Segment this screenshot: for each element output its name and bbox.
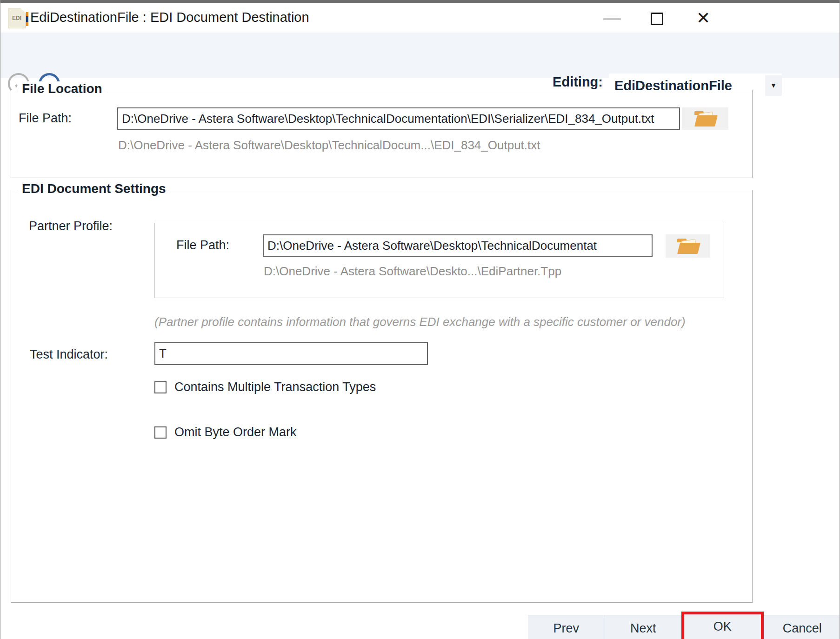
test-indicator-label: Test Indicator: <box>30 347 108 362</box>
dialog-window: EDI EdiDestinationFile : EDI Document De… <box>0 0 840 639</box>
file-path-input[interactable] <box>117 107 680 130</box>
close-icon[interactable]: ✕ <box>693 4 714 32</box>
edi-icon-label: EDI <box>12 15 21 21</box>
chevron-down-icon[interactable]: ▾ <box>765 75 782 96</box>
edi-document-settings-group: EDI Document Settings Partner Profile: F… <box>11 190 753 603</box>
footer-button-bar: Prev Next OK Cancel <box>528 615 840 639</box>
partner-profile-box: File Path: D:\OneDrive - Astera Software… <box>154 223 724 298</box>
test-indicator-input[interactable] <box>154 342 428 365</box>
partner-profile-label: Partner Profile: <box>29 219 113 233</box>
partner-browse-file-button[interactable] <box>666 234 710 258</box>
window-top-border <box>0 0 840 3</box>
file-location-group: File Location File Path: D:\OneDrive - A… <box>11 90 753 178</box>
contains-multiple-transaction-types-checkbox-row: Contains Multiple Transaction Types <box>154 380 376 394</box>
contains-multiple-transaction-types-checkbox[interactable] <box>154 381 167 393</box>
browse-file-button[interactable] <box>682 107 728 130</box>
omit-byte-order-mark-checkbox-row: Omit Byte Order Mark <box>154 425 297 439</box>
file-location-group-title: File Location <box>18 81 107 96</box>
editing-label: Editing: <box>475 74 603 90</box>
omit-byte-order-mark-label: Omit Byte Order Mark <box>174 425 297 439</box>
toolbar: ← → ▾ Editing: EdiDestinationFile ▾ <box>0 33 840 78</box>
omit-byte-order-mark-checkbox[interactable] <box>154 426 167 439</box>
contains-multiple-transaction-types-label: Contains Multiple Transaction Types <box>174 380 376 394</box>
partner-file-path-label: File Path: <box>176 238 229 253</box>
partner-file-path-resolved-text: D:\OneDrive - Astera Software\Deskto...\… <box>264 264 561 279</box>
window-title: EdiDestinationFile : EDI Document Destin… <box>30 3 309 33</box>
prev-button[interactable]: Prev <box>528 615 605 639</box>
maximize-button[interactable] <box>651 13 663 25</box>
minimize-button[interactable] <box>603 18 621 20</box>
partner-file-path-input[interactable] <box>263 234 653 257</box>
folder-icon <box>694 111 716 126</box>
partner-profile-note: (Partner profile contains information th… <box>154 315 686 329</box>
ok-button[interactable]: OK <box>681 612 764 639</box>
file-path-resolved-text: D:\OneDrive - Astera Software\Desktop\Te… <box>118 138 540 153</box>
cancel-button[interactable]: Cancel <box>764 615 840 639</box>
folder-icon <box>677 239 699 254</box>
file-path-label: File Path: <box>19 111 72 126</box>
next-button[interactable]: Next <box>605 615 682 639</box>
edi-settings-group-title: EDI Document Settings <box>18 181 170 196</box>
title-bar[interactable]: EDI EdiDestinationFile : EDI Document De… <box>0 3 840 33</box>
edi-document-icon: EDI <box>8 8 26 28</box>
